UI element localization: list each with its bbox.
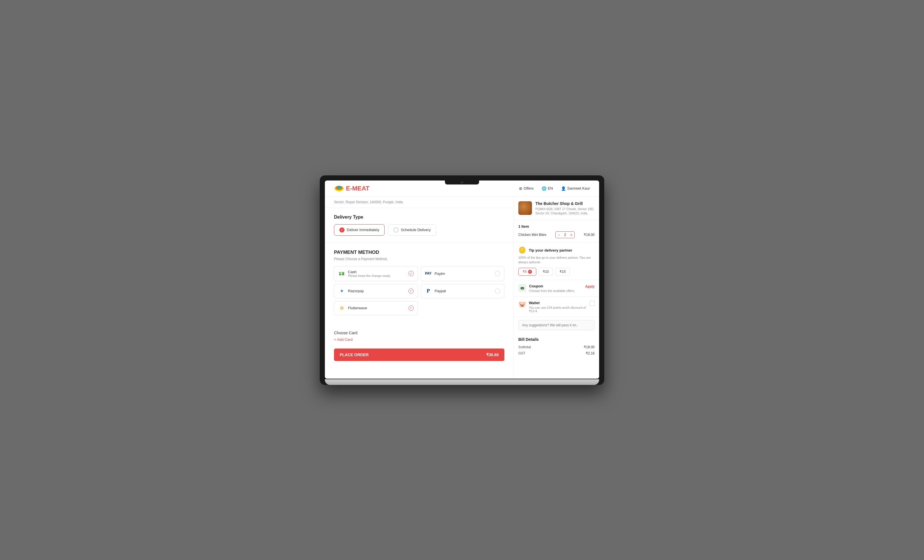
payment-cash-left: 💵 Cash Please keep the change ready. [338, 270, 391, 277]
restaurant-address: PQMH+8Q8, ISBT 17 Chowk, Sector 18D, Sec… [536, 207, 595, 216]
payment-paypal-left: 𝐏 Paypal [425, 287, 446, 295]
tip-10-label: ₹10 [543, 270, 549, 274]
qty-increase-button[interactable]: + [568, 232, 574, 238]
tip-5-label: ₹5 [523, 270, 527, 274]
items-count: 1 Item [518, 224, 595, 229]
cash-check [408, 271, 414, 276]
schedule-delivery-option[interactable]: Schedule Delivery [388, 224, 436, 236]
deliver-immediately-radio [339, 228, 345, 232]
coupon-desc: Choose from the available offers. [529, 289, 575, 292]
coupon-icon: 🎟 [518, 284, 526, 292]
subtotal-label: Subtotal [518, 345, 531, 349]
payment-paytm[interactable]: PAY Paytm [421, 266, 505, 281]
header-nav: ⊛ Offers 🌐 EN 👤 Samreet Kaur [519, 186, 590, 191]
tip-icon: 🪙 [518, 247, 526, 254]
coupon-row: 🎟 Coupon Choose from the available offer… [518, 284, 595, 292]
language-label: EN [548, 186, 553, 190]
nav-language[interactable]: 🌐 EN [542, 186, 553, 191]
paypal-check [495, 289, 500, 293]
offers-icon: ⊛ [519, 186, 522, 191]
apply-coupon-button[interactable]: Apply [585, 284, 595, 289]
schedule-delivery-label: Schedule Delivery [401, 228, 431, 232]
place-order-button[interactable]: PLACE ORDER ₹36.60 [334, 349, 504, 361]
qty-value: 2 [562, 233, 568, 237]
bill-title: Bill Details [518, 337, 595, 342]
tip-10-button[interactable]: ₹10 [538, 268, 553, 276]
left-panel: Sector, Ropar Division, 140000, Punjab, … [325, 197, 514, 379]
tip-description: 100% of the tips go to your delivery par… [518, 256, 595, 264]
paytm-icon: PAY [425, 270, 432, 277]
razorpay-label: Razorpay [348, 289, 364, 293]
payment-subtitle: Please Choose a Payment Method. [334, 257, 504, 261]
choose-card-section: Choose Card + Add Card [325, 331, 513, 349]
delivery-options: Deliver Immediately Schedule Delivery [334, 224, 504, 236]
item-qty-control[interactable]: − 2 + [555, 231, 574, 238]
main-layout: Sector, Ropar Division, 140000, Punjab, … [325, 197, 599, 379]
item-row: Chicken Mini Bites − 2 + ₹18.00 [518, 231, 595, 238]
tip-15-button[interactable]: ₹15 [555, 268, 570, 276]
globe-icon: 🌐 [542, 186, 546, 191]
user-icon: 👤 [561, 186, 566, 191]
payment-grid: 💵 Cash Please keep the change ready. [334, 266, 504, 315]
flutterwave-icon: ✿ [338, 305, 345, 311]
logo[interactable]: E-MEAT [334, 184, 369, 192]
wallet-title: Wallet [529, 301, 590, 305]
gst-value: ₹2.16 [586, 351, 595, 355]
tip-5-button[interactable]: ₹5 ✕ [518, 268, 536, 276]
cash-label: Cash [348, 270, 391, 274]
wallet-info: Wallet You can use 134 points worth disc… [529, 301, 590, 313]
razorpay-icon: ✦ [338, 287, 345, 295]
qty-decrease-button[interactable]: − [556, 232, 562, 238]
schedule-delivery-radio [393, 228, 399, 232]
suggestions-input[interactable] [518, 320, 595, 330]
paytm-check [495, 271, 500, 276]
item-price: ₹18.00 [584, 233, 595, 237]
payment-flutterwave[interactable]: ✿ Flutterwave [334, 301, 418, 315]
subtotal-value: ₹18.00 [584, 345, 595, 349]
paypal-icon: 𝐏 [425, 287, 432, 295]
address-text: Sector, Ropar Division, 140000, Punjab, … [334, 200, 403, 204]
cash-info: Cash Please keep the change ready. [348, 270, 391, 277]
nav-offers[interactable]: ⊛ Offers [519, 186, 534, 191]
payment-cash[interactable]: 💵 Cash Please keep the change ready. [334, 266, 418, 281]
place-order-label: PLACE ORDER [340, 352, 369, 357]
restaurant-image [518, 201, 532, 215]
deliver-immediately-label: Deliver Immediately [347, 228, 379, 232]
wallet-icon: 🐷 [518, 301, 526, 309]
payment-razorpay[interactable]: ✦ Razorpay [334, 284, 418, 298]
restaurant-details: The Butcher Shop & Grill PQMH+8Q8, ISBT … [536, 201, 595, 216]
wallet-section: 🐷 Wallet You can use 134 points worth di… [514, 297, 599, 317]
payment-paypal[interactable]: 𝐏 Paypal [421, 284, 505, 298]
coupon-info: Coupon Choose from the available offers. [529, 284, 575, 292]
flutterwave-label: Flutterwave [348, 306, 367, 310]
wallet-left: 🐷 Wallet You can use 134 points worth di… [518, 301, 590, 313]
items-section: 1 Item Chicken Mini Bites − 2 + ₹18.00 [514, 220, 599, 243]
gst-label: GST [518, 351, 525, 355]
wallet-desc: You can use 134 points worth discount of… [529, 306, 590, 313]
nav-user[interactable]: 👤 Samreet Kaur [561, 186, 590, 191]
tip-title: Tip your delivery partner [529, 248, 572, 252]
bill-gst-row: GST ₹2.16 [518, 351, 595, 355]
choose-card-label: Choose Card [334, 331, 504, 335]
cash-sublabel: Please keep the change ready. [348, 274, 391, 277]
tip-header: 🪙 Tip your delivery partner [518, 247, 595, 254]
logo-text: E-MEAT [346, 185, 369, 192]
svg-point-3 [338, 186, 341, 188]
razorpay-check [408, 289, 414, 293]
tip-section: 🪙 Tip your delivery partner 100% of the … [514, 243, 599, 280]
item-name: Chicken Mini Bites [518, 233, 546, 237]
delivery-type-title: Delivery Type [334, 215, 504, 220]
tip-remove-icon[interactable]: ✕ [528, 270, 532, 274]
wallet-checkbox[interactable] [590, 301, 595, 306]
coupon-left: 🎟 Coupon Choose from the available offer… [518, 284, 575, 292]
user-label: Samreet Kaur [567, 186, 590, 190]
restaurant-info: The Butcher Shop & Grill PQMH+8Q8, ISBT … [514, 197, 599, 220]
deliver-immediately-option[interactable]: Deliver Immediately [334, 224, 385, 236]
payment-section: PAYMENT METHOD Please Choose a Payment M… [325, 243, 513, 325]
right-panel: The Butcher Shop & Grill PQMH+8Q8, ISBT … [514, 197, 599, 379]
flutterwave-check [408, 305, 414, 311]
payment-flutterwave-left: ✿ Flutterwave [338, 305, 367, 311]
paypal-label: Paypal [435, 289, 446, 293]
add-card-button[interactable]: + Add Card [334, 337, 504, 342]
meat-visual [518, 201, 532, 215]
